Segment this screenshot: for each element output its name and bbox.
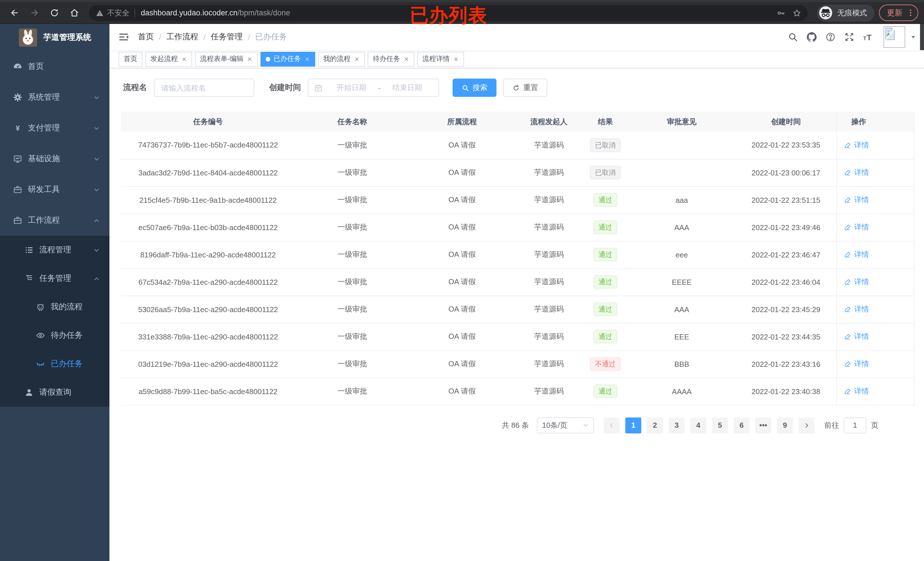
search-icon[interactable] <box>787 31 799 43</box>
browser-update-button[interactable]: 更新 <box>879 4 918 21</box>
process-name-input[interactable] <box>154 79 254 97</box>
search-button[interactable]: 搜索 <box>453 79 496 97</box>
sidebar-item-task-mgmt[interactable]: 任务管理 <box>0 264 110 293</box>
page-button-4[interactable]: 4 <box>690 417 706 433</box>
sidebar-item-my-process[interactable]: 我的流程 <box>0 293 110 321</box>
github-icon[interactable] <box>806 31 818 43</box>
start-date-placeholder[interactable]: 开始日期 <box>326 82 377 93</box>
help-icon[interactable] <box>824 31 837 43</box>
page-button-6[interactable]: 6 <box>734 417 750 433</box>
goto-page-input[interactable] <box>844 417 866 433</box>
browser-home-button[interactable] <box>66 4 82 21</box>
page-more-button[interactable]: ••• <box>755 417 771 433</box>
date-range-picker[interactable]: 开始日期 - 结束日期 <box>308 79 439 97</box>
svg-text:¥: ¥ <box>16 124 20 132</box>
breadcrumb-item[interactable]: 工作流程 <box>166 32 198 42</box>
breadcrumb-item[interactable]: 首页 <box>138 32 154 42</box>
sidebar-item-workflow[interactable]: 工作流程 <box>0 205 110 236</box>
app-logo-row[interactable]: 芋道管理系统 <box>0 24 110 51</box>
browser-reload-button[interactable] <box>46 4 63 21</box>
detail-link[interactable]: 详情 <box>844 195 869 205</box>
task-id-cell: ec507ae6-7b9a-11ec-b03b-acde48001122 <box>121 214 295 241</box>
close-icon[interactable] <box>181 56 187 62</box>
detail-link[interactable]: 详情 <box>844 332 869 342</box>
browser-menu-icon[interactable] <box>906 9 915 17</box>
time-cell: 2022-01-22 23:51:15 <box>736 186 836 214</box>
sidebar-item-system[interactable]: 系统管理 <box>0 82 110 113</box>
sidebar-item-done-task[interactable]: 已办任务 <box>0 350 110 378</box>
close-icon[interactable] <box>247 56 252 62</box>
sidebar-collapse-icon[interactable] <box>116 30 131 45</box>
password-key-icon[interactable] <box>773 5 789 21</box>
reset-button[interactable]: 重置 <box>503 79 547 97</box>
address-bar[interactable]: 不安全 dashboard.yudao.iocoder.cn/bpm/task/… <box>89 5 808 21</box>
detail-link[interactable]: 详情 <box>844 140 869 150</box>
close-icon[interactable] <box>354 56 360 62</box>
sidebar-item-leave-query[interactable]: 请假查询 <box>0 378 110 407</box>
close-icon[interactable] <box>404 56 409 62</box>
tab-home[interactable]: 首页 <box>118 52 142 66</box>
browser-back-button[interactable] <box>6 4 23 21</box>
screen: 不安全 dashboard.yudao.iocoder.cn/bpm/task/… <box>0 0 924 561</box>
svg-text:T: T <box>863 35 867 41</box>
sidebar-item-home[interactable]: 首页 <box>0 51 110 82</box>
sidebar-item-devtools[interactable]: 研发工具 <box>0 174 110 205</box>
avatar[interactable] <box>884 26 905 48</box>
tab-start-process[interactable]: 发起流程 <box>146 52 192 66</box>
result-cell: 通过 <box>583 214 628 241</box>
breadcrumb-item[interactable]: 任务管理 <box>211 32 243 42</box>
next-page-button[interactable] <box>799 417 814 433</box>
detail-link[interactable]: 详情 <box>844 386 869 396</box>
page-size-select[interactable]: 10条/页 <box>537 417 594 433</box>
tab-my-process[interactable]: 我的流程 <box>318 52 365 66</box>
page-button-9[interactable]: 9 <box>777 417 793 433</box>
end-date-placeholder[interactable]: 结束日期 <box>382 82 433 93</box>
sidebar-item-process-mgmt[interactable]: 流程管理 <box>0 236 110 264</box>
breadcrumb: 首页/工作流程/任务管理/已办任务 <box>138 32 287 42</box>
starter-cell: 芋道源码 <box>515 241 583 268</box>
caret-down-icon[interactable] <box>910 34 916 40</box>
task-name-cell: 一级审批 <box>295 350 409 378</box>
edit-icon <box>844 169 851 176</box>
column-header: 创建时间 <box>736 112 836 132</box>
status-badge: 通过 <box>593 193 617 207</box>
chevron-down-icon <box>93 187 100 193</box>
page-button-1[interactable]: 1 <box>625 417 641 433</box>
security-label: 不安全 <box>107 8 129 18</box>
close-icon[interactable] <box>453 56 459 62</box>
goto-label: 前往 <box>824 420 839 430</box>
sidebar-item-payment[interactable]: ¥ 支付管理 <box>0 113 110 144</box>
page-button-5[interactable]: 5 <box>712 417 728 433</box>
task-id-cell: 3adac3d2-7b9d-11ec-8404-acde48001122 <box>121 159 295 186</box>
detail-link[interactable]: 详情 <box>844 277 869 287</box>
process-cell: OA 请假 <box>409 186 515 214</box>
chevron-down-icon <box>93 94 100 100</box>
detail-link[interactable]: 详情 <box>844 359 869 369</box>
tab-process-detail[interactable]: 流程详情 <box>417 52 464 66</box>
tab-done-task[interactable]: 已办任务 <box>261 52 315 66</box>
close-icon[interactable] <box>304 56 310 62</box>
edit-icon <box>844 305 851 313</box>
page-button-3[interactable]: 3 <box>669 417 685 433</box>
op-cell: 详情 <box>836 159 914 186</box>
detail-link[interactable]: 详情 <box>844 250 869 260</box>
browser-forward-button[interactable] <box>26 4 43 21</box>
tab-form-edit[interactable]: 流程表单-编辑 <box>195 52 258 66</box>
prev-page-button[interactable] <box>604 417 620 433</box>
process-cell: OA 请假 <box>409 378 515 405</box>
page-button-2[interactable]: 2 <box>647 417 663 433</box>
sidebar-item-todo-task[interactable]: 待办任务 <box>0 321 110 350</box>
create-time-label: 创建时间 <box>269 82 301 93</box>
font-size-icon[interactable]: TT <box>862 31 874 43</box>
detail-link[interactable]: 详情 <box>844 222 869 232</box>
bookmark-star-icon[interactable] <box>789 5 805 21</box>
sidebar-item-infrastructure[interactable]: 基础设施 <box>0 144 110 174</box>
fullscreen-icon[interactable] <box>843 31 856 43</box>
detail-link[interactable]: 详情 <box>844 168 869 178</box>
sidebar-item-label: 请假查询 <box>0 387 71 398</box>
tab-todo-task[interactable]: 待办任务 <box>368 52 414 66</box>
task-name-cell: 一级审批 <box>295 159 409 186</box>
breadcrumb-separator: / <box>204 33 206 42</box>
comment-cell <box>628 159 736 186</box>
detail-link[interactable]: 详情 <box>844 304 869 314</box>
